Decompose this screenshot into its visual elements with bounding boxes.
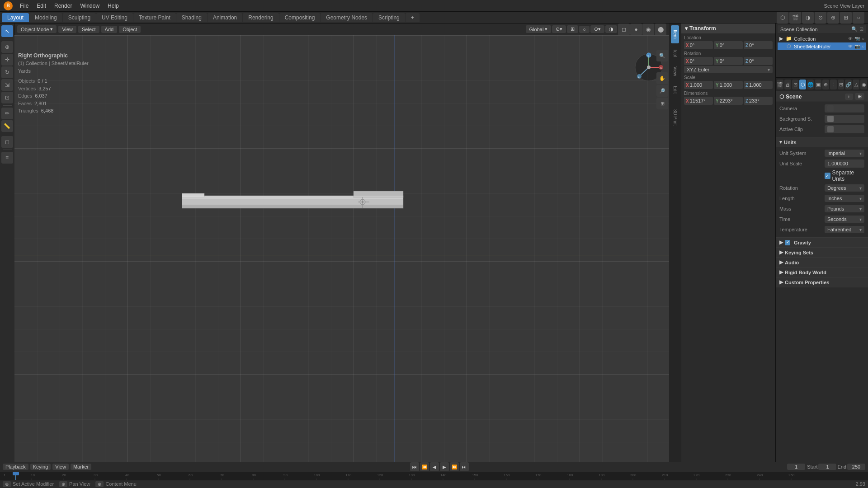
- tab-sculpting[interactable]: Sculpting: [63, 13, 96, 22]
- scale-y[interactable]: Y1.000: [714, 81, 743, 89]
- camera-value[interactable]: [825, 104, 864, 113]
- viewport-icon-grid[interactable]: ⊞: [656, 98, 668, 109]
- view-menu-tl[interactable]: View: [52, 464, 69, 470]
- dim-x[interactable]: X11517°: [684, 97, 713, 105]
- rotation-mode-dropdown[interactable]: XYZ Euler: [684, 66, 773, 73]
- object-mode-dropdown[interactable]: Object Mode ▾: [17, 25, 57, 33]
- outliner-filter[interactable]: ⊡: [859, 26, 863, 32]
- shading-solid[interactable]: ●: [630, 23, 642, 35]
- add-menu[interactable]: Add: [101, 26, 118, 33]
- rotation-z[interactable]: Z0°: [744, 57, 773, 65]
- dim-z[interactable]: Z233°: [744, 97, 773, 105]
- unit-system-dropdown[interactable]: Imperial: [825, 150, 864, 157]
- tab-modeling[interactable]: Modeling: [29, 13, 62, 22]
- tool-rotate[interactable]: ↻: [1, 66, 13, 78]
- location-z[interactable]: Z0°: [744, 41, 773, 49]
- background-color-swatch[interactable]: [827, 116, 834, 122]
- active-clip-swatch[interactable]: [827, 126, 834, 132]
- end-frame-input[interactable]: 250: [847, 464, 865, 470]
- outliner-item-sheet-metal[interactable]: ⬡ SheetMetalRuler 👁 📷 ○: [778, 42, 866, 50]
- props-icon-physics[interactable]: ⊞: [838, 80, 844, 89]
- gizmo-btn[interactable]: ⊕: [827, 12, 839, 23]
- shading-material[interactable]: ◉: [642, 23, 654, 35]
- play-btn[interactable]: ▶: [440, 462, 449, 471]
- background-value[interactable]: [825, 115, 864, 123]
- props-icon-modifier[interactable]: ⊕: [822, 80, 829, 89]
- menu-render[interactable]: Render: [51, 2, 75, 10]
- keying-sets-header[interactable]: ▶ Keying Sets: [776, 248, 868, 257]
- tool-scale[interactable]: ⇲: [1, 79, 13, 91]
- tab-layout[interactable]: Layout: [2, 13, 29, 22]
- outliner-item-collection[interactable]: ▶ 📁 Collection 👁 📷 ○: [778, 35, 866, 42]
- props-icon-object[interactable]: ▣: [815, 80, 821, 89]
- menu-help[interactable]: Help: [104, 2, 123, 10]
- gravity-header[interactable]: ▶ ✓ Gravity: [776, 238, 868, 247]
- tool-select[interactable]: ↖: [1, 25, 13, 37]
- outliner-search[interactable]: 🔍: [851, 26, 858, 32]
- viewport-shading-btn[interactable]: ◑: [802, 12, 814, 23]
- tool-transform[interactable]: ⊡: [1, 92, 13, 103]
- transform-chevron[interactable]: ▾: [685, 25, 688, 32]
- length-dropdown[interactable]: Inches: [825, 195, 864, 202]
- n-panel-3dprint[interactable]: 3D Print: [671, 99, 679, 136]
- props-icon-object-data[interactable]: △: [853, 80, 859, 89]
- tool-measure[interactable]: 📏: [1, 120, 13, 132]
- sheet-metal-camera-icon[interactable]: 📷: [854, 44, 860, 49]
- temperature-dropdown[interactable]: Fahrenheit: [825, 226, 864, 233]
- rotation-y[interactable]: Y0°: [714, 57, 743, 65]
- marker-menu[interactable]: Marker: [71, 464, 91, 470]
- tab-compositing[interactable]: Compositing: [279, 13, 321, 22]
- scene-icon-btn[interactable]: ⬡: [777, 12, 788, 23]
- props-icon-output[interactable]: 🖨: [784, 80, 791, 89]
- keying-menu[interactable]: Keying: [30, 464, 51, 470]
- start-frame-input[interactable]: 1: [818, 464, 836, 470]
- pivot-dropdown[interactable]: ⊙▾: [552, 25, 566, 33]
- shading-wire[interactable]: ◻: [618, 23, 630, 35]
- separate-units-check-box[interactable]: ✓: [825, 173, 830, 179]
- tab-shading[interactable]: Shading: [176, 13, 207, 22]
- tab-scripting[interactable]: Scripting: [373, 13, 405, 22]
- props-icon-view-layer[interactable]: ⊡: [792, 80, 799, 89]
- viewport-canvas[interactable]: Right Orthographic (1) Collection | Shee…: [14, 35, 669, 476]
- gravity-enable-checkbox[interactable]: ✓: [785, 240, 790, 245]
- copy-scene-btn[interactable]: ⊞: [855, 93, 864, 100]
- render-icon-btn[interactable]: 🎬: [789, 12, 801, 23]
- n-panel-tool[interactable]: Tool: [671, 44, 679, 62]
- tab-animation[interactable]: Animation: [208, 13, 242, 22]
- props-icon-render[interactable]: 🎬: [777, 80, 783, 89]
- viewport-icon-hand[interactable]: ✋: [656, 72, 668, 84]
- overlay-btn[interactable]: ⊙: [815, 12, 826, 23]
- time-dropdown[interactable]: Seconds: [825, 216, 864, 223]
- location-x[interactable]: X0°: [684, 41, 713, 49]
- sheet-metal-render-icon[interactable]: ○: [862, 44, 864, 49]
- overlay-dropdown[interactable]: ⊙▾: [590, 25, 604, 33]
- viewport[interactable]: Object Mode ▾ View Select Add Object Glo…: [14, 23, 669, 476]
- tab-geometry-nodes[interactable]: Geometry Nodes: [321, 13, 373, 22]
- n-panel-item[interactable]: Item: [671, 25, 679, 43]
- tab-uv-editing[interactable]: UV Editing: [96, 13, 133, 22]
- props-icon-constraints[interactable]: 🔗: [845, 80, 852, 89]
- n-panel-view[interactable]: View: [671, 62, 679, 80]
- tool-n-panel[interactable]: ≡: [1, 152, 13, 164]
- n-panel-edit[interactable]: Edit: [671, 81, 679, 99]
- timeline-track[interactable]: 1 1 10 20 30 40 50 60: [0, 472, 868, 480]
- collection-camera-icon[interactable]: 📷: [854, 36, 860, 41]
- proportional-edit-btn[interactable]: ○: [579, 26, 590, 33]
- viewport-icon-zoom[interactable]: 🔎: [656, 85, 668, 97]
- ruler-3d-object[interactable]: [182, 184, 421, 221]
- viewport-icon-search[interactable]: 🔍: [656, 50, 668, 61]
- shading-render[interactable]: ⬤: [655, 23, 666, 35]
- jump-end-btn[interactable]: ⏭: [460, 462, 469, 471]
- tool-move[interactable]: ✛: [1, 54, 13, 66]
- tool-cursor[interactable]: ⊕: [1, 41, 13, 53]
- units-section-header[interactable]: ▾ Units: [776, 137, 868, 147]
- dim-y[interactable]: Y2293°: [714, 97, 743, 105]
- snapping-btn[interactable]: ⊞: [567, 25, 578, 33]
- camera-color-swatch[interactable]: [827, 105, 834, 112]
- current-frame-input[interactable]: 1: [787, 464, 805, 470]
- tab-rendering[interactable]: Rendering: [243, 13, 278, 22]
- rigid-body-header[interactable]: ▶ Rigid Body World: [776, 267, 868, 277]
- props-icon-world[interactable]: 🌐: [807, 80, 814, 89]
- tool-annotate[interactable]: ✏: [1, 108, 13, 119]
- active-clip-value[interactable]: [825, 125, 864, 133]
